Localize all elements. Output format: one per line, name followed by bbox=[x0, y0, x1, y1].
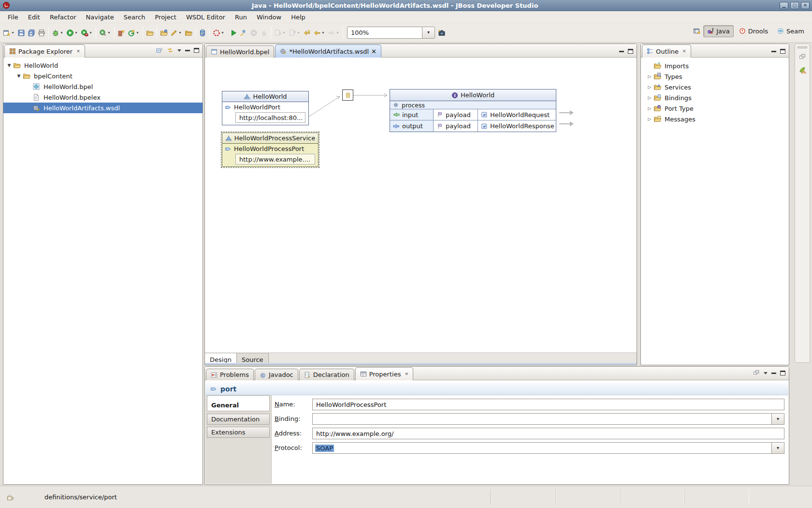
expander-icon[interactable]: ▷ bbox=[646, 106, 653, 111]
perspective-seam-button[interactable]: Seam bbox=[773, 25, 808, 37]
minimize-view-icon[interactable] bbox=[771, 373, 776, 374]
address-field[interactable] bbox=[312, 428, 784, 439]
close-icon[interactable]: ✕ bbox=[371, 48, 377, 55]
back-button[interactable]: ▾ bbox=[312, 27, 326, 39]
import-button[interactable] bbox=[159, 27, 169, 39]
minimize-view-icon[interactable] bbox=[185, 50, 190, 51]
input-row[interactable]: input payload e HelloWorldRequest bbox=[390, 109, 556, 120]
minimize-view-icon[interactable] bbox=[771, 51, 776, 52]
protocol-combo[interactable]: SOAP ▾ bbox=[312, 442, 784, 454]
collapse-all-icon[interactable] bbox=[156, 47, 163, 54]
save-all-button[interactable] bbox=[27, 27, 36, 39]
menu-wsdl-editor[interactable]: WSDL Editor bbox=[181, 12, 230, 22]
trim-drag-handle[interactable] bbox=[798, 46, 807, 48]
outline-item-types[interactable]: ▷ S Types bbox=[641, 71, 789, 82]
javadoc-tab[interactable]: @ Javadoc bbox=[255, 369, 298, 380]
editor-tab-helloworld-bpel[interactable]: HelloWorld.bpel bbox=[206, 45, 274, 58]
package-explorer-tab[interactable]: Package Explorer ✕ bbox=[4, 45, 85, 58]
expander-icon[interactable]: ▷ bbox=[646, 85, 653, 90]
outline-item-port-type[interactable]: ▷ I Port Type bbox=[641, 103, 789, 114]
minimize-editor-icon[interactable] bbox=[619, 51, 624, 52]
debug-button[interactable]: ▾ bbox=[51, 27, 65, 39]
debug-process-button[interactable] bbox=[239, 27, 248, 39]
expander-icon[interactable]: ▼ bbox=[15, 74, 23, 78]
expander-icon[interactable]: ▷ bbox=[646, 95, 653, 100]
maximize-editor-icon[interactable] bbox=[628, 49, 633, 54]
stop-button[interactable] bbox=[249, 27, 259, 39]
side-tab-general[interactable]: General bbox=[207, 400, 270, 411]
new-java-ee-button[interactable] bbox=[116, 27, 126, 39]
menu-window[interactable]: Window bbox=[252, 12, 286, 22]
output-row[interactable]: output payload e HelloWorldResponse bbox=[390, 120, 556, 132]
print-button[interactable] bbox=[37, 27, 46, 39]
maximize-view-icon[interactable] bbox=[780, 371, 785, 375]
pin-view-icon[interactable] bbox=[753, 370, 760, 376]
binding-box[interactable] bbox=[342, 90, 353, 101]
side-tab-extensions[interactable]: Extensions bbox=[207, 427, 270, 438]
tree-item-helloworld-bpel[interactable]: HelloWorld.bpel bbox=[3, 81, 203, 92]
binding-combo[interactable]: ▾ bbox=[312, 413, 784, 425]
run-button[interactable]: ▾ bbox=[65, 27, 79, 39]
maximize-view-icon[interactable] bbox=[194, 48, 199, 53]
outline-item-bindings[interactable]: ▷ Bindings bbox=[641, 92, 789, 103]
maximize-view-icon[interactable] bbox=[780, 49, 785, 54]
run-history-button[interactable]: ▾ bbox=[80, 27, 94, 39]
previous-annotation-button[interactable]: ▾ bbox=[288, 27, 302, 39]
design-tab[interactable]: Design bbox=[205, 353, 237, 365]
outline-item-imports[interactable]: Imports bbox=[641, 60, 789, 71]
save-button[interactable] bbox=[16, 27, 26, 39]
run-process-button[interactable] bbox=[229, 27, 238, 39]
zoom-level-combo[interactable]: 100% ▾ bbox=[347, 27, 435, 39]
link-with-editor-icon[interactable] bbox=[167, 47, 174, 54]
data-source-button[interactable] bbox=[198, 27, 207, 39]
last-edit-location-button[interactable] bbox=[302, 27, 312, 39]
declaration-tab[interactable]: Declaration bbox=[299, 369, 354, 380]
menu-refactor[interactable]: Refactor bbox=[45, 12, 81, 22]
palette-leaf-icon[interactable] bbox=[798, 66, 806, 74]
menu-navigate[interactable]: Navigate bbox=[81, 12, 119, 22]
menu-run[interactable]: Run bbox=[230, 12, 252, 22]
source-tab[interactable]: Source bbox=[237, 353, 269, 365]
expander-icon[interactable]: ▷ bbox=[646, 74, 653, 79]
close-icon[interactable]: ✕ bbox=[405, 372, 408, 376]
operation-row[interactable]: process bbox=[390, 101, 556, 109]
outline-item-services[interactable]: ▷ Services bbox=[641, 82, 789, 92]
tree-item-helloworld-bpelex[interactable]: HelloWorld.bpelex bbox=[3, 92, 203, 103]
port-address[interactable]: http://www.example.... bbox=[235, 154, 315, 164]
port-address[interactable]: http://localhost:80... bbox=[235, 112, 305, 123]
perspective-java-button[interactable]: J Java bbox=[703, 25, 733, 37]
maximize-button[interactable]: ▢ bbox=[790, 2, 799, 9]
properties-tab[interactable]: Properties ✕ bbox=[355, 367, 413, 380]
service-box-helloworld[interactable]: HelloWorld HelloWorldPort http://localho… bbox=[222, 91, 309, 125]
tree-item-bpelcontent-folder[interactable]: ▼ bpelContent bbox=[3, 71, 203, 81]
binding-dropdown-button[interactable]: ▾ bbox=[771, 414, 784, 424]
screenshot-button[interactable] bbox=[437, 27, 447, 39]
menu-search[interactable]: Search bbox=[119, 12, 150, 22]
editor-tab-helloworldartifacts-wsdl[interactable]: *HelloWorldArtifacts.wsdl ✕ bbox=[275, 45, 381, 58]
menu-project[interactable]: Project bbox=[150, 12, 181, 22]
open-perspective-button[interactable] bbox=[692, 25, 702, 37]
minimize-button[interactable]: ▁ bbox=[780, 2, 788, 9]
view-menu-icon[interactable] bbox=[764, 372, 768, 374]
service-box-helloworldprocessservice[interactable]: HelloWorldProcessService HelloWorldProce… bbox=[222, 133, 319, 167]
expander-icon[interactable]: ▷ bbox=[646, 117, 653, 121]
outline-tab[interactable]: Outline ✕ bbox=[642, 45, 691, 58]
zoom-dropdown-button[interactable]: ▾ bbox=[422, 27, 435, 38]
menu-edit[interactable]: Edit bbox=[23, 12, 45, 22]
new-wizard-button[interactable]: ▾ bbox=[2, 27, 16, 39]
menu-help[interactable]: Help bbox=[286, 12, 310, 22]
protocol-dropdown-button[interactable]: ▾ bbox=[771, 443, 784, 453]
close-icon[interactable]: ✕ bbox=[76, 49, 80, 54]
menu-file[interactable]: File bbox=[3, 12, 23, 22]
suspend-button[interactable] bbox=[259, 27, 269, 39]
forward-button[interactable]: ▾ bbox=[327, 27, 341, 39]
side-tab-documentation[interactable]: Documentation bbox=[207, 414, 270, 425]
restore-views-icon[interactable] bbox=[799, 53, 806, 60]
export-button[interactable] bbox=[184, 27, 193, 39]
next-annotation-button[interactable]: ▾ bbox=[273, 27, 287, 39]
open-resource-button[interactable] bbox=[145, 27, 155, 39]
tree-item-helloworld-project[interactable]: ▼ HelloWorld bbox=[3, 60, 203, 71]
jboss-central-button[interactable]: ▾ bbox=[212, 27, 226, 39]
new-server-button[interactable]: ▾ bbox=[127, 27, 141, 39]
close-icon[interactable]: ✕ bbox=[682, 49, 686, 54]
